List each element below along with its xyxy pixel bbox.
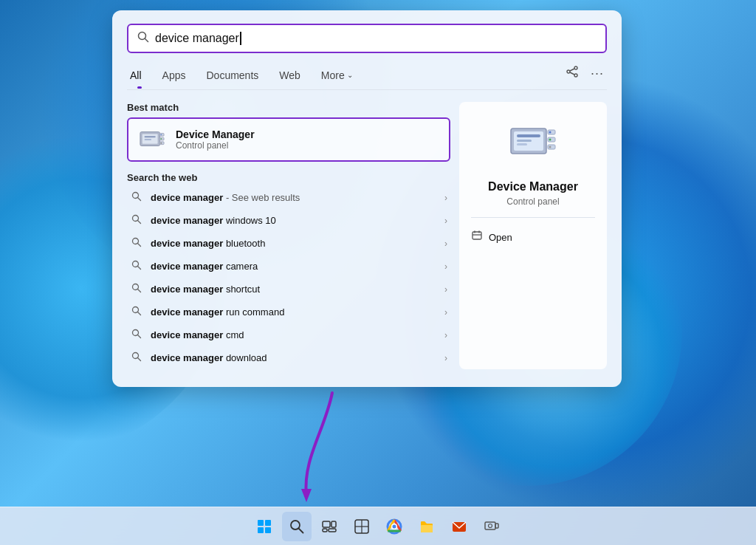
search-result-item-4[interactable]: device manager shortcut › [127,278,450,301]
open-icon [471,230,483,244]
svg-point-63 [393,524,396,528]
result-text-5: device manager run command [151,306,437,318]
result-search-icon-3 [130,260,143,272]
svg-point-3 [574,74,577,77]
search-icon [137,31,149,46]
search-result-item-6[interactable]: device manager cmd › [127,323,450,346]
svg-line-32 [138,358,141,361]
taskbar [0,507,756,545]
result-text-7: device manager download [151,352,437,363]
taskbar-search-button[interactable] [282,512,312,541]
svg-line-22 [138,244,141,247]
tabs-right-actions: ··· [563,64,607,89]
svg-line-51 [299,528,303,532]
result-text-0: device manager - See web results [151,192,437,203]
result-chevron-0: › [444,193,447,203]
svg-rect-47 [265,520,271,526]
svg-line-28 [138,312,141,315]
left-column: Best match [127,102,450,369]
result-text-6: device manager cmd [151,329,437,340]
result-chevron-4: › [444,284,447,295]
svg-marker-45 [301,489,312,502]
best-match-subtitle: Control panel [176,140,255,151]
svg-point-2 [574,66,577,69]
result-search-icon-7 [130,352,143,364]
purple-arrow-annotation [288,385,347,504]
right-panel: Device Manager Control panel Open [459,102,607,369]
tabs-bar: All Apps Documents Web More ⌄ ··· [127,64,607,90]
widgets-button[interactable] [347,512,377,541]
start-button[interactable] [250,512,279,541]
result-search-icon-2 [130,237,143,250]
best-match-label: Best match [127,102,450,113]
result-chevron-7: › [444,353,447,363]
tab-more[interactable]: More ⌄ [311,65,363,89]
right-panel-divider [471,217,595,218]
svg-point-15 [160,138,162,140]
svg-point-43 [549,146,551,148]
svg-line-24 [138,267,141,270]
result-search-icon-6 [130,329,143,341]
svg-rect-37 [517,143,527,145]
chrome-button[interactable] [379,512,409,541]
chevron-down-icon: ⌄ [347,71,353,79]
open-label: Open [489,232,512,243]
svg-point-4 [567,70,570,73]
main-content: Best match [127,102,607,369]
result-chevron-5: › [444,307,447,318]
result-text-3: device manager camera [151,261,437,272]
svg-point-14 [160,134,162,135]
svg-point-42 [549,139,551,141]
svg-rect-55 [329,529,336,532]
search-result-item-1[interactable]: device manager windows 10 › [127,209,450,232]
svg-rect-8 [142,134,158,143]
right-panel-device-icon [506,117,560,170]
file-explorer-button[interactable] [412,512,441,541]
search-result-item-0[interactable]: device manager - See web results › [127,186,450,209]
tab-documents[interactable]: Documents [196,65,269,89]
svg-rect-49 [265,527,271,533]
mail-button[interactable] [444,512,474,541]
svg-rect-44 [472,232,481,239]
svg-line-6 [570,72,574,75]
tab-all[interactable]: All [127,65,152,89]
tab-apps[interactable]: Apps [152,65,196,89]
svg-point-41 [549,131,551,134]
svg-rect-67 [495,524,498,528]
svg-line-18 [138,198,141,201]
search-result-item-3[interactable]: device manager camera › [127,255,450,278]
search-box[interactable]: device manager [127,24,607,53]
svg-rect-54 [323,529,327,532]
result-search-icon-1 [130,214,143,227]
search-input-text: device manager [155,32,239,45]
search-result-item-2[interactable]: device manager bluetooth › [127,232,450,255]
result-text-1: device manager windows 10 [151,215,437,226]
search-result-item-7[interactable]: device manager download › [127,346,450,369]
more-options-icon[interactable]: ··· [588,64,607,83]
result-chevron-3: › [444,261,447,272]
svg-line-5 [570,69,574,71]
share-icon[interactable] [563,64,582,83]
svg-line-1 [145,39,148,42]
right-panel-subtitle: Control panel [506,196,559,207]
right-panel-title: Device Manager [488,180,578,193]
result-search-icon-0 [130,191,143,204]
svg-rect-46 [258,520,264,526]
result-text-4: device manager shortcut [151,284,437,295]
cursor-blink [240,32,241,45]
svg-rect-36 [517,140,532,142]
svg-line-20 [138,221,141,224]
search-panel: device manager All Apps Documents Web Mo… [112,10,622,387]
open-action[interactable]: Open [471,227,595,247]
best-match-item[interactable]: Device Manager Control panel [127,117,450,162]
task-view-button[interactable] [315,512,344,541]
svg-line-26 [138,289,141,292]
device-icon-taskbar[interactable] [477,512,506,541]
svg-point-16 [160,143,162,144]
svg-rect-64 [421,525,433,532]
search-result-item-5[interactable]: device manager run command › [127,301,450,323]
result-search-icon-4 [130,283,143,295]
svg-line-30 [138,335,141,338]
tab-web[interactable]: Web [269,65,311,89]
best-match-text: Device Manager Control panel [176,128,255,151]
